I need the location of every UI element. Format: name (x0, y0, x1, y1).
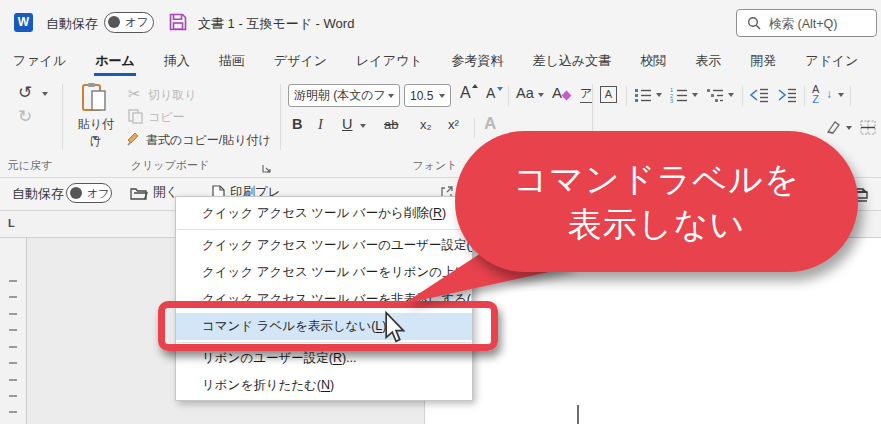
redo-icon[interactable]: ↻ (18, 106, 32, 127)
paste-button[interactable]: 貼り付け (72, 116, 120, 150)
tab-design[interactable]: デザイン (273, 48, 328, 76)
tab-stop-indicator[interactable]: L (8, 217, 15, 229)
search-placeholder: 検索 (Alt+Q) (769, 16, 837, 33)
sort-icon[interactable]: A Z (812, 84, 819, 104)
font-name-value: 游明朝 (本文のフォン (294, 87, 388, 104)
ribbon-tab-bar: ファイル ホーム 挿入 描画 デザイン レイアウト 参考資料 差し込み文書 校閲… (0, 46, 881, 78)
open-button[interactable]: 開く (130, 184, 178, 201)
font-size-combobox[interactable]: 10.5 (404, 84, 451, 107)
separator (626, 86, 627, 106)
ruler-tick (9, 313, 17, 315)
menu-separator (177, 229, 471, 230)
chevron-down-icon[interactable] (656, 93, 662, 97)
callout-bubble: コマンドラベルを 表示しない (455, 131, 858, 272)
multilevel-list-icon[interactable] (706, 87, 724, 107)
tab-mailings[interactable]: 差し込み文書 (532, 48, 613, 76)
chevron-down-icon[interactable] (728, 93, 734, 97)
caret-down-icon (497, 87, 503, 91)
tab-insert[interactable]: 挿入 (163, 48, 191, 76)
cut-button[interactable]: 切り取り (148, 87, 197, 104)
tab-file[interactable]: ファイル (12, 48, 67, 76)
text-cursor (577, 405, 579, 424)
folder-open-icon (130, 186, 148, 200)
tab-references[interactable]: 参考資料 (451, 48, 505, 76)
qat-autosave-state: オフ (87, 186, 110, 201)
chevron-down-icon (439, 94, 445, 98)
shrink-font-button[interactable]: A (486, 85, 495, 101)
ruler-tick (9, 346, 17, 348)
search-input[interactable]: 検索 (Alt+Q) (736, 9, 877, 37)
copy-button[interactable]: コピー (148, 109, 185, 126)
decrease-indent-icon[interactable] (750, 87, 769, 107)
ruler-tick (9, 329, 17, 331)
callout-line2: 表示しない (568, 202, 745, 247)
underline-chevron-icon[interactable] (360, 124, 366, 128)
ruler-tick (9, 280, 17, 282)
sort-arrow-icon: ↓ (826, 87, 832, 101)
enclose-character-button[interactable]: A (600, 86, 617, 103)
ruler-tick (9, 411, 17, 413)
tab-view[interactable]: 表示 (694, 48, 722, 76)
word-logo-icon[interactable]: W (14, 13, 33, 32)
autosave-toggle[interactable]: オフ (104, 12, 154, 33)
increase-indent-icon[interactable] (778, 87, 797, 107)
save-icon[interactable] (168, 12, 188, 36)
ruler-tick (9, 395, 17, 397)
paste-chevron-icon[interactable] (92, 136, 98, 140)
tab-review[interactable]: 校閲 (639, 48, 667, 76)
undo-chevron-icon[interactable] (42, 92, 48, 96)
text-effects-button[interactable]: A (484, 114, 496, 134)
autosave-state: オフ (125, 15, 149, 30)
format-painter-button[interactable]: 書式のコピー/貼り付け (146, 132, 271, 149)
italic-button[interactable]: I (318, 116, 323, 133)
numbered-list-icon[interactable]: 123 (670, 87, 688, 107)
separator (742, 86, 743, 106)
subscript-button[interactable]: x₂ (420, 117, 432, 132)
grow-font-button[interactable]: A (460, 84, 471, 102)
qat-autosave-toggle[interactable]: オフ (66, 183, 112, 203)
bullet-list-icon[interactable] (634, 87, 652, 107)
font-name-combobox[interactable]: 游明朝 (本文のフォン (288, 84, 400, 107)
change-case-button[interactable]: Aa (516, 85, 534, 101)
cut-icon[interactable]: ✂ (128, 85, 141, 103)
svg-text:3: 3 (670, 98, 673, 103)
clipboard-group-label: クリップボード (80, 158, 260, 173)
superscript-button[interactable]: x² (448, 117, 459, 132)
separator (474, 118, 475, 138)
strikethrough-button[interactable]: ab (384, 117, 398, 132)
toggle-dot-icon (108, 16, 120, 28)
bold-button[interactable]: B (292, 116, 302, 132)
ruler-tick (9, 379, 17, 381)
ruler-tick (9, 362, 17, 364)
group-separator (62, 84, 63, 150)
format-painter-icon[interactable] (126, 131, 142, 151)
chevron-down-icon (538, 93, 544, 97)
clear-formatting-button[interactable]: A (552, 84, 562, 101)
copy-icon[interactable] (128, 109, 143, 128)
chevron-down-icon[interactable] (838, 93, 844, 97)
shading-pen-icon[interactable] (826, 120, 842, 139)
separator (804, 86, 805, 106)
tab-home[interactable]: ホーム (94, 48, 136, 76)
menu-item-remove-from-qat[interactable]: クイック アクセス ツール バーから削除(R) (176, 200, 472, 227)
ruby-guide-button[interactable]: ア (580, 85, 592, 103)
group-separator (280, 84, 281, 150)
clipboard-dialog-launcher-icon[interactable] (262, 160, 272, 178)
document-title: 文書 1 - 互換モード - Word (198, 15, 354, 33)
tab-draw[interactable]: 描画 (218, 48, 246, 76)
search-icon (747, 16, 761, 34)
borders-grid-icon[interactable] (860, 120, 877, 140)
menu-item-collapse-ribbon[interactable]: リボンを折りたたむ(N) (176, 372, 472, 399)
underline-button[interactable]: U (342, 116, 352, 132)
undo-icon[interactable]: ↺ (18, 82, 32, 103)
tab-addins[interactable]: アドイン (804, 48, 859, 76)
qat-autosave-label: 自動保存 (12, 185, 64, 203)
paste-icon[interactable] (80, 82, 108, 118)
chevron-down-icon (388, 94, 394, 98)
title-bar: W 自動保存 オフ 文書 1 - 互換モード - Word 検索 (Alt+Q) (0, 0, 881, 46)
tab-layout[interactable]: レイアウト (355, 48, 424, 76)
chevron-down-icon[interactable] (846, 126, 852, 130)
tab-developer[interactable]: 開発 (749, 48, 777, 76)
vertical-ruler[interactable] (0, 238, 27, 424)
chevron-down-icon[interactable] (692, 93, 698, 97)
